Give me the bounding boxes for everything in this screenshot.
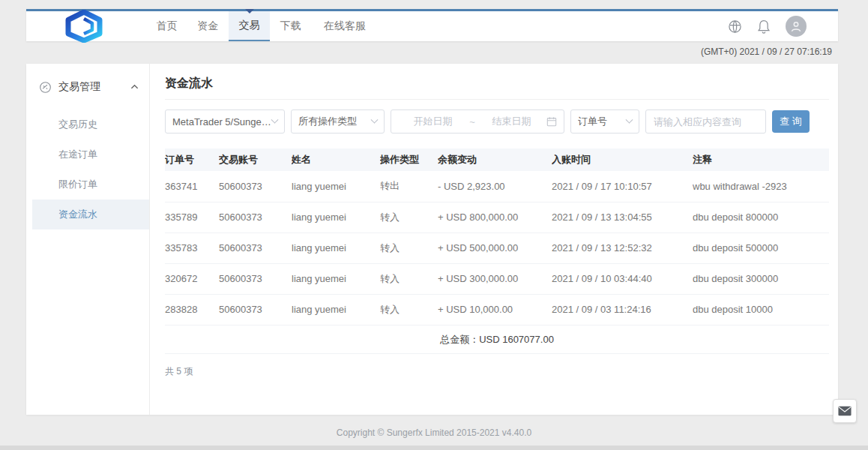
table-cell: liang yuemei: [292, 202, 380, 232]
sidebar: 交易管理 交易历史在途订单限价订单资金流水: [26, 64, 150, 415]
navbar-actions: [728, 11, 807, 41]
table-cell: - USD 2,923.00: [438, 171, 552, 202]
nav-tab-download[interactable]: 下载: [270, 11, 311, 41]
nav-tab-trade[interactable]: 交易: [229, 11, 270, 41]
table-cell: + USD 300,000.00: [438, 263, 552, 294]
sidebar-item-open-orders[interactable]: 在途订单: [26, 140, 149, 170]
bell-icon[interactable]: [757, 20, 771, 34]
table-cell: 283828: [165, 294, 219, 325]
table-cell: dbu deposit 300000: [693, 263, 829, 294]
main-nav: 首页资金交易下载在线客服: [146, 11, 379, 41]
caret-up-icon: [130, 84, 139, 90]
table-cell: liang yuemei: [292, 171, 380, 202]
table-cell: 363741: [165, 171, 219, 202]
table-cell: 转入: [380, 263, 438, 294]
items-count: 共 5 项: [165, 365, 829, 378]
table-cell: + USD 10,000.00: [438, 294, 552, 325]
table-cell: 2021 / 09 / 17 10:10:57: [552, 171, 693, 202]
table-cell: dbu deposit 500000: [693, 232, 829, 263]
search-button[interactable]: 查 询: [772, 110, 810, 133]
column-header: 订单号: [165, 148, 219, 171]
server-time: (GMT+0) 2021 / 09 / 27 07:16:19: [701, 46, 832, 57]
table-body: 36374150600373liang yuemei转出- USD 2,923.…: [165, 171, 829, 325]
date-range-picker[interactable]: 开始日期 ~ 结束日期: [391, 110, 564, 134]
start-date-placeholder: 开始日期: [398, 115, 468, 128]
table-cell: 2021 / 09 / 13 13:04:55: [552, 202, 693, 232]
trade-management-icon: [39, 81, 52, 94]
fund-flow-table: 订单号交易账号姓名操作类型余额变动入账时间注释 36374150600373li…: [165, 148, 829, 326]
operation-type-value: 所有操作类型: [298, 115, 357, 128]
table-cell: + USD 500,000.00: [438, 232, 552, 263]
table-row: 33578950600373liang yuemei转入+ USD 800,00…: [165, 202, 829, 232]
search-field-select[interactable]: 订单号: [570, 110, 639, 134]
table-cell: liang yuemei: [292, 263, 380, 294]
nav-tab-home[interactable]: 首页: [146, 11, 187, 41]
table-row: 36374150600373liang yuemei转出- USD 2,923.…: [165, 171, 829, 202]
date-separator: ~: [468, 116, 477, 128]
table-row: 33578350600373liang yuemei转入+ USD 500,00…: [165, 232, 829, 263]
table-cell: liang yuemei: [292, 294, 380, 325]
title-row: 资金流水: [165, 64, 829, 100]
content-panel: 资金流水 MetaTrader 5/Sungerfx-L... 所有操作类型 开…: [150, 64, 838, 415]
table-cell: 335789: [165, 202, 219, 232]
table-cell: 转入: [380, 294, 438, 325]
sidebar-item-limit-orders[interactable]: 限价订单: [26, 170, 149, 200]
table-cell: wbu withdrawal -2923: [693, 171, 829, 202]
avatar[interactable]: [786, 16, 807, 37]
nav-tab-funds[interactable]: 资金: [187, 11, 229, 41]
user-icon: [789, 20, 803, 33]
page-title: 资金流水: [165, 76, 213, 89]
sidebar-group-trade-management[interactable]: 交易管理: [26, 74, 149, 100]
table-cell: 2021 / 09 / 10 03:44:40: [552, 263, 693, 294]
end-date-placeholder: 结束日期: [477, 115, 546, 128]
sidebar-group-label: 交易管理: [58, 80, 130, 94]
table-cell: 50600373: [219, 263, 292, 294]
column-header: 姓名: [292, 148, 380, 171]
nav-tab-support[interactable]: 在线客服: [311, 11, 379, 41]
mail-button[interactable]: [833, 399, 857, 423]
sidebar-item-fund-flow[interactable]: 资金流水: [32, 200, 149, 230]
footer-copyright: Copyright © Sungerfx Limited 2015-2021 v…: [0, 428, 868, 438]
table-row: 28382850600373liang yuemei转入+ USD 10,000…: [165, 294, 829, 325]
table-cell: 50600373: [219, 294, 292, 325]
column-header: 操作类型: [380, 148, 438, 171]
table-cell: dbu deposit 10000: [693, 294, 829, 325]
total-amount: 总金额：USD 1607077.00: [165, 326, 829, 354]
column-header: 入账时间: [552, 148, 693, 171]
sidebar-item-trade-history[interactable]: 交易历史: [26, 110, 149, 140]
table-cell: liang yuemei: [292, 232, 380, 263]
top-navbar: 首页资金交易下载在线客服: [26, 9, 838, 41]
main-card: 交易管理 交易历史在途订单限价订单资金流水 资金流水 MetaTrader 5/…: [26, 64, 838, 415]
column-header: 余额变动: [438, 148, 552, 171]
table-cell: 转出: [380, 171, 438, 202]
table-cell: 2021 / 09 / 03 11:24:16: [552, 294, 693, 325]
chevron-down-icon: [626, 116, 633, 123]
search-field-value: 订单号: [578, 115, 607, 128]
table-cell: 50600373: [219, 202, 292, 232]
search-input[interactable]: [645, 110, 766, 134]
filter-bar: MetaTrader 5/Sungerfx-L... 所有操作类型 开始日期 ~…: [165, 110, 829, 134]
column-header: 交易账号: [219, 148, 292, 171]
chevron-down-icon: [371, 116, 379, 123]
page: 首页资金交易下载在线客服 (GMT+0: [0, 0, 868, 450]
chevron-down-icon: [271, 116, 279, 123]
globe-icon[interactable]: [728, 20, 742, 34]
total-amount-label: 总金额：: [440, 334, 479, 345]
table-cell: 50600373: [219, 171, 292, 202]
table-cell: 转入: [380, 232, 438, 263]
bottom-strip: [0, 446, 868, 450]
server-select[interactable]: MetaTrader 5/Sungerfx-L...: [165, 110, 285, 134]
table-row: 32067250600373liang yuemei转入+ USD 300,00…: [165, 263, 829, 294]
table-cell: 转入: [380, 202, 438, 232]
table-cell: + USD 800,000.00: [438, 202, 552, 232]
operation-type-select[interactable]: 所有操作类型: [291, 110, 385, 134]
brand-logo[interactable]: [64, 11, 104, 41]
total-amount-value: USD 1607077.00: [479, 334, 554, 345]
server-select-value: MetaTrader 5/Sungerfx-L...: [172, 116, 272, 128]
brand-logo-icon: [64, 10, 104, 43]
column-header: 注释: [693, 148, 829, 171]
table-cell: dbu deposit 800000: [693, 202, 829, 232]
table-cell: 320672: [165, 263, 219, 294]
sidebar-menu: 交易历史在途订单限价订单资金流水: [26, 110, 149, 230]
table-cell: 335783: [165, 232, 219, 263]
